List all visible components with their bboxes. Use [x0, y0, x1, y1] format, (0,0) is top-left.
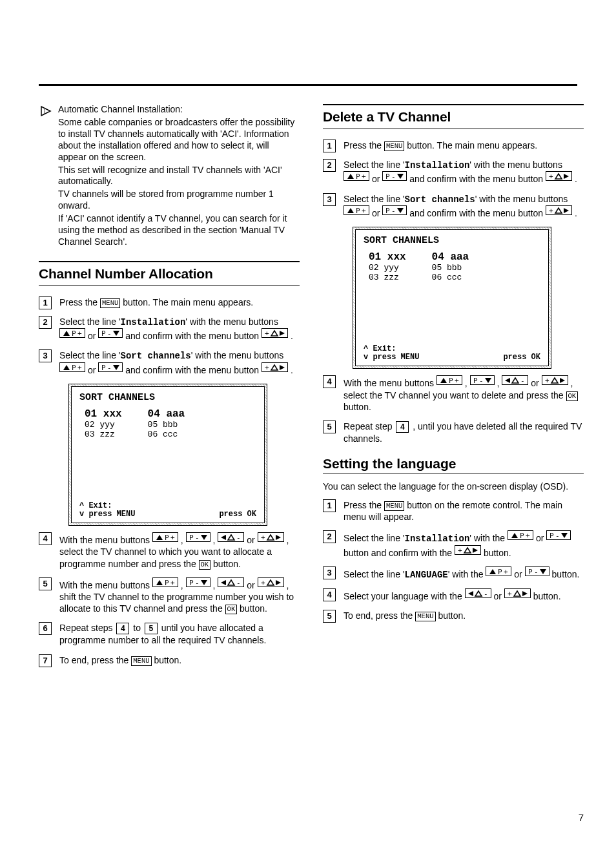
text: ' with the menu buttons — [469, 160, 562, 170]
text: With the menu buttons — [59, 580, 152, 590]
ok-button: OK — [566, 391, 579, 401]
step-number: 2 — [39, 316, 52, 329]
inline-step-ref: 4 — [116, 623, 129, 634]
p-plus-button — [59, 328, 85, 338]
plus-right-button — [542, 375, 568, 385]
screen-inner: SORT CHANNELS 01 xxx 02 yyy 03 zzz 04 aa… — [71, 386, 265, 523]
screen-entry: 05 bbb — [148, 420, 185, 430]
screen-footer: ^ Exit: v press MENU press OK — [79, 502, 256, 519]
menu-button: MENU — [100, 298, 120, 308]
mono-language: LANGUAGE — [405, 570, 448, 580]
text: To end, press the — [344, 610, 415, 621]
mono-sort-channels: Sort channels — [121, 351, 191, 361]
p-minus-button — [525, 566, 549, 576]
text: Select your language with the — [344, 591, 465, 601]
menu-button: MENU — [384, 141, 404, 151]
left-minus-button — [465, 588, 491, 598]
text: Select the line ' — [59, 350, 121, 360]
text: Select the line ' — [344, 569, 405, 579]
text: and confirm with the menu button — [125, 365, 262, 375]
screen-title: SORT CHANNELS — [364, 235, 540, 246]
heading-channel-number-allocation: Channel Number Allocation — [39, 261, 300, 286]
screen-col: 04 aaa 05 bbb 06 ccc — [432, 251, 469, 282]
left-column: i Automatic Channel Installation: Some c… — [39, 104, 300, 674]
text: button. — [240, 603, 267, 614]
text: ' with the menu buttons — [475, 194, 568, 204]
step: 4 With the menu buttons , , or , select … — [39, 532, 300, 570]
steps-channel-allocation-contd: 4 With the menu buttons , , or , select … — [39, 532, 300, 666]
intro-p1: Some cable companies or broadcasters off… — [58, 117, 300, 163]
mono-installation: Installation — [405, 160, 470, 171]
screen-entry: 02 yyy — [369, 263, 406, 273]
left-minus-button — [218, 577, 244, 587]
step: 7 To end, press the MENU button. — [39, 654, 300, 666]
screen-list: 01 xxx 02 yyy 03 zzz 04 aaa 05 bbb 06 cc… — [85, 408, 256, 439]
lang-intro: You can select the language for the on-s… — [323, 481, 584, 493]
step: 1 Press the MENU button on the remote co… — [323, 499, 584, 523]
step-number: 5 — [39, 577, 52, 590]
heading-delete-tv-channel: Delete a TV Channel — [323, 104, 584, 129]
screen-entry: 05 bbb — [432, 263, 469, 273]
step: 1 Press the MENU button. The main menu a… — [323, 140, 584, 151]
intro-p4: If 'ACI' cannot identify a TV channel, y… — [58, 213, 300, 248]
text: button. — [484, 548, 511, 558]
steps-channel-allocation: 1 Press the MENU button. The main menu a… — [39, 296, 300, 376]
screen-footer-line: v press MENU — [79, 510, 135, 519]
screen-footer-line: v press MENU — [364, 353, 419, 362]
text: button. — [438, 610, 466, 621]
p-minus-button — [382, 171, 407, 181]
screen-col: 04 aaa 05 bbb 06 ccc — [148, 408, 185, 439]
screen-list: 01 xxx 02 yyy 03 zzz 04 aaa 05 bbb 06 cc… — [369, 251, 540, 282]
screen-footer: ^ Exit: v press MENU press OK — [364, 345, 540, 362]
text: Repeat steps — [59, 623, 115, 633]
step-number: 3 — [39, 349, 52, 362]
mono-sort-channels: Sort channels — [405, 194, 475, 205]
p-plus-button — [59, 362, 85, 372]
text: . — [575, 174, 577, 184]
text: or — [247, 580, 257, 590]
screen-entry: 06 ccc — [432, 273, 469, 282]
text: and confirm with the menu button — [409, 174, 546, 184]
screen-entry: 06 ccc — [148, 430, 185, 439]
step-number: 4 — [323, 588, 336, 601]
step-number: 4 — [39, 532, 52, 545]
plus-right-button — [504, 588, 531, 598]
p-plus-button — [436, 375, 462, 385]
text: or — [493, 591, 504, 601]
text: or — [536, 533, 546, 543]
step: 5 With the menu buttons , , or , shift t… — [39, 577, 300, 615]
text: With the menu buttons — [59, 535, 152, 545]
step: 4 With the menu buttons , , or , select … — [323, 375, 584, 413]
text: Press the — [59, 297, 100, 307]
step-number: 2 — [323, 159, 336, 172]
left-minus-button — [218, 532, 244, 542]
step: 2 Select the line 'Installation' with th… — [323, 530, 584, 558]
screen-footer-right: press OK — [219, 510, 256, 519]
screen-footer-left: ^ Exit: v press MENU — [364, 345, 419, 362]
step-number: 3 — [323, 566, 336, 579]
mono-installation: Installation — [121, 317, 186, 327]
text: or — [531, 378, 541, 388]
text: button. — [344, 402, 371, 412]
p-minus-button — [546, 530, 571, 540]
text: Select the line ' — [59, 317, 121, 327]
screen-footer-left: ^ Exit: v press MENU — [79, 502, 135, 519]
screen-entry: 02 yyy — [85, 420, 122, 430]
intro-p3: TV channels will be stored from programm… — [58, 189, 300, 212]
plus-right-button — [258, 532, 284, 542]
page-number: 7 — [579, 812, 584, 823]
intro-p2: This set will recognize and install TV c… — [58, 165, 300, 188]
text: Repeat step — [344, 421, 395, 431]
text: Press the — [344, 140, 384, 151]
screen-entry: 04 aaa — [432, 251, 469, 263]
screen-entry: 01 xxx — [85, 408, 122, 420]
left-minus-button — [502, 375, 528, 385]
text: button. — [213, 559, 241, 569]
text: Select the line ' — [344, 194, 405, 204]
p-plus-button — [508, 530, 533, 540]
text: ' with the menu buttons — [185, 317, 278, 327]
screen-spacer — [79, 447, 256, 502]
text: . — [291, 331, 293, 341]
inline-step-ref: 5 — [145, 623, 158, 634]
step-number: 4 — [323, 375, 336, 388]
